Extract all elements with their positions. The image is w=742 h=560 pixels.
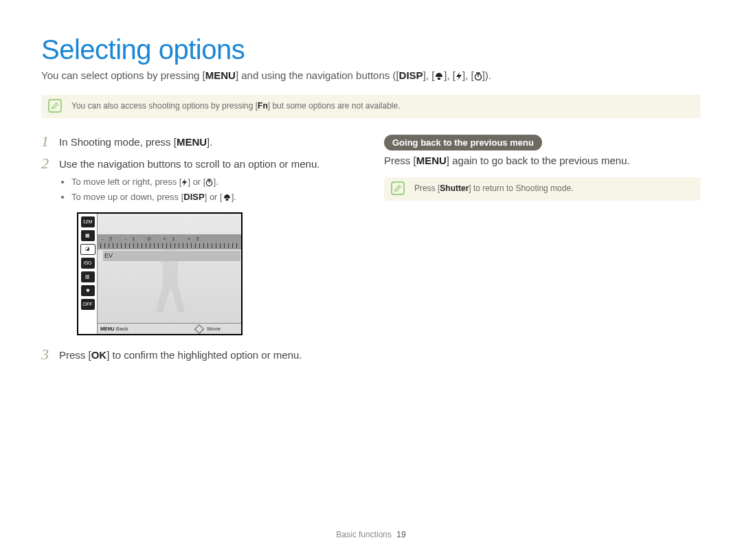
- flash-icon: [456, 71, 462, 82]
- step-3: Press [OK] to confirm the highlighted op…: [41, 348, 358, 363]
- b1-mid: ] or [: [188, 177, 205, 187]
- intro-sep3: ], [: [462, 69, 474, 81]
- lcd-icon-focus: ✱: [81, 285, 95, 296]
- b2-after: ].: [232, 192, 236, 202]
- b2-before: To move up or down, press [: [71, 192, 183, 202]
- disp-key: DISP: [183, 191, 204, 204]
- shutter-key: Shutter: [440, 183, 469, 194]
- lcd-bottom-bar: MENU Back Move: [98, 323, 241, 334]
- page-title: Selecting options: [41, 34, 701, 65]
- intro-sep1: ], [: [423, 69, 435, 81]
- intro-before: You can select options by pressing [: [41, 69, 205, 81]
- right-paragraph: Press [MENU] again to go back to the pre…: [384, 155, 701, 166]
- shutter-note: Press [Shutter] to return to Shooting mo…: [384, 177, 701, 201]
- lcd-sidebar: 12M ▦ ◪ ISO ▥ ✱ OFF: [78, 214, 98, 334]
- step-2-text: Use the navigation buttons to scroll to …: [59, 158, 319, 170]
- page-footer: Basic functions 19: [0, 530, 742, 539]
- ok-key: OK: [91, 348, 107, 363]
- intro-sep2: ], [: [444, 69, 456, 81]
- lcd-back-label: Back: [116, 325, 128, 333]
- step-2: Use the navigation buttons to scroll to …: [41, 157, 358, 335]
- lcd-icon-quality: ▦: [81, 230, 95, 241]
- sidebar-heading: Going back to the previous menu: [384, 135, 542, 150]
- menu-key: MENU: [205, 69, 236, 81]
- step-1: In Shooting mode, press [MENU].: [41, 135, 358, 150]
- note-icon: [391, 181, 405, 195]
- lcd-icon-wb: ▥: [81, 271, 95, 282]
- right-p-before: Press [: [384, 155, 416, 166]
- disp-key: DISP: [399, 69, 423, 81]
- b1-before: To move left or right, press [: [71, 177, 181, 187]
- footer-section: Basic functions: [336, 530, 392, 539]
- lcd-icon-ev: ◪: [80, 244, 95, 255]
- step-3-after: ] to confirm the highlighted option or m…: [106, 349, 302, 361]
- lcd-ev-bar: -2 -1 0 +1 +2: [98, 234, 241, 249]
- lcd-move-label: Move: [207, 325, 221, 333]
- lcd-ev-ticks: [100, 243, 238, 248]
- step-1-before: In Shooting mode, press [: [59, 136, 177, 148]
- macro-icon: [434, 71, 444, 82]
- macro-icon: [223, 192, 232, 205]
- lcd-icon-off: OFF: [81, 299, 95, 310]
- b1-after: ].: [213, 177, 218, 187]
- intro-text: You can select options by pressing [MENU…: [41, 69, 701, 82]
- intro-mid: ] and using the navigation buttons ([: [236, 69, 399, 81]
- step-1-menu: MENU: [177, 135, 207, 150]
- right-p-after: ] again to go back to the previous menu.: [447, 155, 630, 166]
- lcd-ev-label: EV: [103, 251, 240, 261]
- shutter-note-after: ] to return to Shooting mode.: [469, 183, 573, 193]
- camera-lcd: 12M ▦ ◪ ISO ▥ ✱ OFF -2 -1 0: [77, 212, 243, 335]
- lcd-icon-iso: ISO: [81, 258, 95, 269]
- timer-icon: [474, 71, 482, 82]
- fn-note-after: ] but some options are not available.: [268, 101, 401, 111]
- shutter-note-before: Press [: [414, 183, 440, 193]
- timer-icon: [205, 177, 213, 190]
- step-2-bullet-2: To move up or down, press [DISP] or [].: [71, 191, 358, 205]
- step-2-bullet-1: To move left or right, press [] or [].: [71, 176, 358, 190]
- footer-page-number: 19: [396, 530, 405, 539]
- step-1-after: ].: [207, 136, 212, 148]
- lcd-icon-size: 12M: [81, 216, 95, 227]
- menu-key: MENU: [416, 155, 447, 166]
- fn-note: You can also access shooting options by …: [41, 95, 701, 118]
- fn-key: Fn: [258, 100, 268, 111]
- lcd-ev-scale: -2 -1 0 +1 +2: [102, 235, 238, 243]
- b2-mid: ] or [: [205, 192, 223, 202]
- fn-note-before: You can also access shooting options by …: [71, 101, 258, 111]
- nav-diamond-icon: [194, 324, 204, 334]
- lcd-menu-key: MENU: [100, 326, 115, 333]
- step-3-before: Press [: [59, 349, 91, 361]
- intro-after: ]).: [482, 69, 491, 81]
- note-icon: [48, 99, 62, 113]
